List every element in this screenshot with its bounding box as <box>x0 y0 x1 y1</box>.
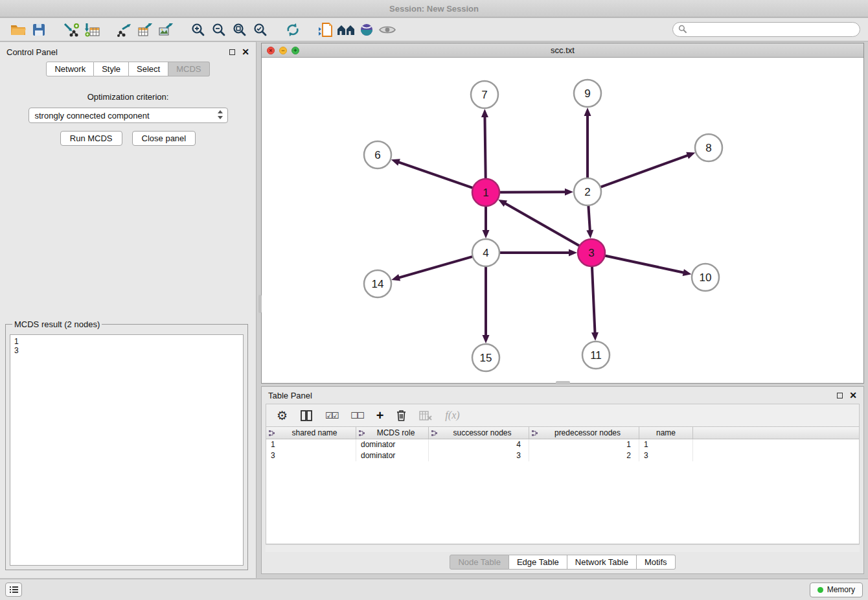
float-panel-icon[interactable] <box>229 49 235 55</box>
export-network-button[interactable] <box>114 20 135 40</box>
graph-node-label: 1 <box>483 187 488 199</box>
table-cell: 1 <box>529 439 639 450</box>
graph-edge-arrowhead <box>483 335 490 343</box>
table-panel-tabs: Node Table Edge Table Network Table Moti… <box>262 552 863 573</box>
show-columns-button[interactable] <box>301 410 312 421</box>
table-row[interactable]: 3dominator323 <box>266 450 859 461</box>
tab-motifs[interactable]: Motifs <box>637 555 676 570</box>
table-header-row: shared name MCDS role successor nodes pr… <box>266 427 859 439</box>
column-header-name[interactable]: name <box>639 427 693 439</box>
houses-icon <box>337 23 355 36</box>
table-horizontal-scrollbar[interactable] <box>266 544 860 552</box>
sort-icon <box>531 430 538 437</box>
zoom-fit-button[interactable] <box>229 20 250 40</box>
tab-network[interactable]: Network <box>46 62 94 76</box>
select-all-columns-button[interactable]: ☑☑ <box>325 411 337 421</box>
open-session-button[interactable] <box>8 20 29 40</box>
mcds-result-list[interactable]: 1 3 <box>10 334 244 566</box>
tab-mcds[interactable]: MCDS <box>168 62 209 76</box>
save-session-button[interactable] <box>29 20 49 40</box>
export-image-button[interactable] <box>155 20 176 40</box>
graph-edge-3-10[interactable] <box>605 255 685 273</box>
control-panel: Control Panel ✕ Network Style Select MCD… <box>0 41 257 578</box>
import-table-button[interactable] <box>82 20 102 40</box>
graph-edge-1-2[interactable] <box>499 192 566 192</box>
delete-table-button[interactable] <box>419 411 432 421</box>
graph-node-label: 14 <box>372 278 384 290</box>
tab-style[interactable]: Style <box>94 62 129 76</box>
mcds-buttons-row: Run MCDS Close panel <box>0 131 256 146</box>
column-header-successor-nodes[interactable]: successor nodes <box>429 427 529 439</box>
tab-edge-table[interactable]: Edge Table <box>509 555 567 570</box>
table-row[interactable]: 1dominator411 <box>266 439 859 450</box>
table-panel: Table Panel ✕ ⚙ ☑☑ ☐☐ + f(x) shared name <box>261 386 864 574</box>
zoom-out-button[interactable] <box>209 20 229 40</box>
graph-edge-3-11[interactable] <box>592 266 595 334</box>
function-builder-button[interactable]: f(x) <box>445 410 459 421</box>
refresh-layout-button[interactable] <box>282 20 303 40</box>
window-close-icon[interactable]: × <box>267 47 275 54</box>
network-window-titlebar[interactable]: × − + scc.txt <box>262 43 863 58</box>
table-cell: dominator <box>356 439 429 450</box>
column-header-mcds-role[interactable]: MCDS role <box>356 427 429 439</box>
trash-icon <box>396 410 406 421</box>
float-table-panel-icon[interactable] <box>837 393 843 398</box>
status-bar: Memory <box>0 579 868 600</box>
graph-edge-2-8[interactable] <box>600 155 689 187</box>
close-panel-icon[interactable]: ✕ <box>242 47 249 57</box>
graph-edge-1-6[interactable] <box>398 162 473 188</box>
window-zoom-icon[interactable]: + <box>291 47 299 54</box>
network-canvas[interactable]: 7968124314101511 <box>262 58 863 383</box>
export-network-icon <box>117 23 132 37</box>
graph-edge-arrowhead <box>584 108 591 116</box>
unselect-all-columns-button[interactable]: ☐☐ <box>350 411 363 421</box>
table-cell: 4 <box>429 439 529 450</box>
graph-edge-arrowhead <box>569 249 577 257</box>
optimization-criterion-select[interactable]: strongly connected component <box>29 108 228 123</box>
export-table-button[interactable] <box>135 20 155 40</box>
delete-column-button[interactable] <box>396 410 406 421</box>
graph-edge-arrowhead <box>483 230 490 238</box>
dropdown-selected-value: strongly connected component <box>35 111 217 121</box>
run-mcds-button[interactable]: Run MCDS <box>60 131 122 146</box>
close-table-panel-icon[interactable]: ✕ <box>849 390 857 400</box>
search-field[interactable] <box>672 22 860 37</box>
window-minimize-icon[interactable]: − <box>279 47 287 54</box>
column-header-shared-name[interactable]: shared name <box>266 427 356 439</box>
table-settings-button[interactable]: ⚙ <box>277 408 288 423</box>
tab-select[interactable]: Select <box>129 62 168 76</box>
columns-icon <box>301 410 312 421</box>
vertical-splitter-handle[interactable] <box>258 295 262 313</box>
mcds-result-title: MCDS result (2 nodes) <box>12 319 102 329</box>
first-neighbors-button[interactable] <box>336 20 356 40</box>
zoom-selected-button[interactable] <box>250 20 271 40</box>
dropdown-arrows-icon <box>217 110 223 122</box>
app-title: Session: New Session <box>389 4 479 14</box>
graph-edge-arrowhead <box>586 230 593 238</box>
document-share-button[interactable] <box>315 20 336 40</box>
table-cell: 3 <box>266 450 356 461</box>
graph-edge-arrowhead <box>683 269 692 276</box>
memory-label: Memory <box>827 585 855 594</box>
memory-button[interactable]: Memory <box>810 583 863 597</box>
horizontal-splitter-handle[interactable] <box>556 381 570 384</box>
window-traffic-lights: × − + <box>267 47 299 54</box>
graph-node-label: 7 <box>481 89 487 101</box>
graph-edge-2-3[interactable] <box>588 205 590 231</box>
apply-style-button[interactable] <box>356 20 377 40</box>
column-header-predecessor-nodes[interactable]: predecessor nodes <box>529 427 639 439</box>
tab-node-table[interactable]: Node Table <box>450 555 509 570</box>
close-panel-button[interactable]: Close panel <box>132 131 196 146</box>
graph-edge-4-14[interactable] <box>398 257 473 278</box>
show-graphics-details-button[interactable] <box>377 20 398 40</box>
tab-network-table[interactable]: Network Table <box>567 555 637 570</box>
zoom-in-button[interactable] <box>188 20 209 40</box>
graph-edge-1-7[interactable] <box>485 116 485 179</box>
task-history-button[interactable] <box>5 583 22 597</box>
import-network-button[interactable] <box>61 20 82 40</box>
search-input[interactable] <box>690 25 854 34</box>
create-column-button[interactable]: + <box>376 408 384 423</box>
search-icon <box>678 25 687 35</box>
graph-edge-3-1[interactable] <box>505 203 580 246</box>
table-cell: dominator <box>356 450 429 461</box>
